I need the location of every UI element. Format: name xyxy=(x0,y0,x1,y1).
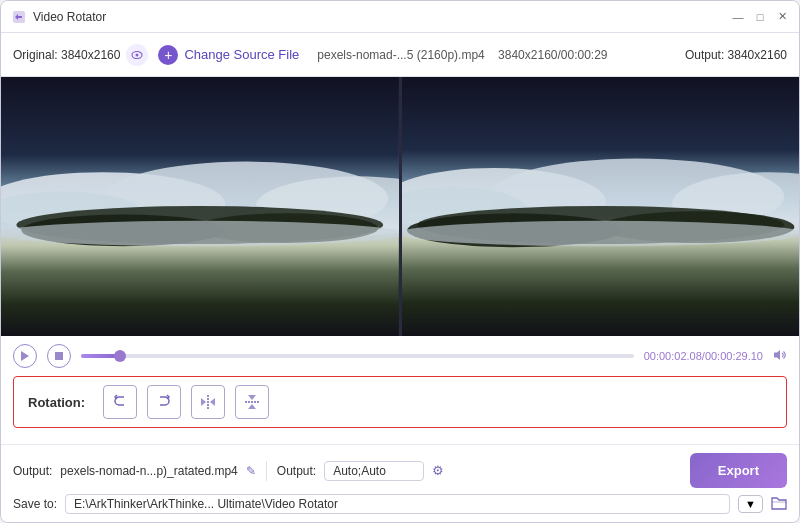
svg-point-20 xyxy=(402,221,800,246)
time-display: 00:00:02.08/00:00:29.10 xyxy=(644,350,763,362)
output-settings-label: Output: xyxy=(277,464,316,478)
flip-vertical-button[interactable] xyxy=(235,385,269,419)
svg-marker-25 xyxy=(201,398,206,406)
file-name: pexels-nomad-...5 (2160p).mp4 xyxy=(317,48,484,62)
progress-thumb[interactable] xyxy=(114,350,126,362)
file-meta: 3840x2160/00:00:29 xyxy=(498,48,607,62)
original-info: Original: 3840x2160 xyxy=(13,44,148,66)
folder-dropdown-button[interactable]: ▼ xyxy=(738,495,763,513)
playback-controls: 00:00:02.08/00:00:29.10 xyxy=(13,344,787,368)
output-video-frame xyxy=(402,77,800,336)
rotation-section: Rotation: xyxy=(13,376,787,428)
divider xyxy=(266,461,267,481)
svg-marker-28 xyxy=(248,395,256,400)
close-button[interactable]: ✕ xyxy=(775,10,789,24)
output-row: Output: pexels-nomad-n...p)_ratated.mp4 … xyxy=(13,453,787,488)
bottom-bar: Output: pexels-nomad-n...p)_ratated.mp4 … xyxy=(1,444,799,522)
output-filename: pexels-nomad-n...p)_ratated.mp4 xyxy=(60,464,237,478)
rotation-label: Rotation: xyxy=(28,395,85,410)
export-button[interactable]: Export xyxy=(690,453,787,488)
output-info: Output: 3840x2160 xyxy=(685,48,787,62)
save-row: Save to: E:\ArkThinker\ArkThinke... Ulti… xyxy=(13,494,787,514)
output-value: Auto;Auto xyxy=(324,461,424,481)
svg-point-11 xyxy=(1,221,399,246)
top-bar: Original: 3840x2160 + Change Source File… xyxy=(1,33,799,77)
app-icon xyxy=(11,9,27,25)
svg-marker-29 xyxy=(248,404,256,409)
open-folder-icon[interactable] xyxy=(771,496,787,513)
save-path: E:\ArkThinker\ArkThinke... Ultimate\Vide… xyxy=(65,494,730,514)
rotate-right-button[interactable] xyxy=(147,385,181,419)
minimize-button[interactable]: — xyxy=(731,10,745,24)
volume-icon[interactable] xyxy=(773,348,787,365)
svg-marker-23 xyxy=(774,350,780,360)
output-video-panel xyxy=(399,77,800,336)
add-icon: + xyxy=(158,45,178,65)
video-area xyxy=(1,77,799,336)
window-controls: — □ ✕ xyxy=(731,10,789,24)
save-label: Save to: xyxy=(13,497,57,511)
current-time: 00:00:02.08 xyxy=(644,350,702,362)
stop-button[interactable] xyxy=(47,344,71,368)
original-video-panel xyxy=(1,77,399,336)
progress-bar[interactable] xyxy=(81,354,634,358)
controls-area: 00:00:02.08/00:00:29.10 Rotation: xyxy=(1,336,799,444)
svg-marker-26 xyxy=(210,398,215,406)
title-bar: Video Rotator — □ ✕ xyxy=(1,1,799,33)
original-video-frame xyxy=(1,77,399,336)
flip-horizontal-button[interactable] xyxy=(191,385,225,419)
change-source-button[interactable]: + Change Source File xyxy=(158,45,299,65)
app-title: Video Rotator xyxy=(33,10,731,24)
svg-rect-22 xyxy=(55,352,63,360)
main-window: Video Rotator — □ ✕ Original: 3840x2160 … xyxy=(0,0,800,523)
change-source-label: Change Source File xyxy=(184,47,299,62)
play-button[interactable] xyxy=(13,344,37,368)
file-info: pexels-nomad-...5 (2160p).mp4 3840x2160/… xyxy=(317,48,675,62)
maximize-button[interactable]: □ xyxy=(753,10,767,24)
svg-point-2 xyxy=(136,53,139,56)
eye-icon[interactable] xyxy=(126,44,148,66)
edit-icon[interactable]: ✎ xyxy=(246,464,256,478)
svg-marker-21 xyxy=(21,351,29,361)
total-time: 00:00:29.10 xyxy=(705,350,763,362)
output-label: Output: xyxy=(13,464,52,478)
dropdown-arrow: ▼ xyxy=(745,498,756,510)
original-resolution: Original: 3840x2160 xyxy=(13,48,120,62)
rotate-left-button[interactable] xyxy=(103,385,137,419)
settings-icon[interactable]: ⚙ xyxy=(432,463,444,478)
